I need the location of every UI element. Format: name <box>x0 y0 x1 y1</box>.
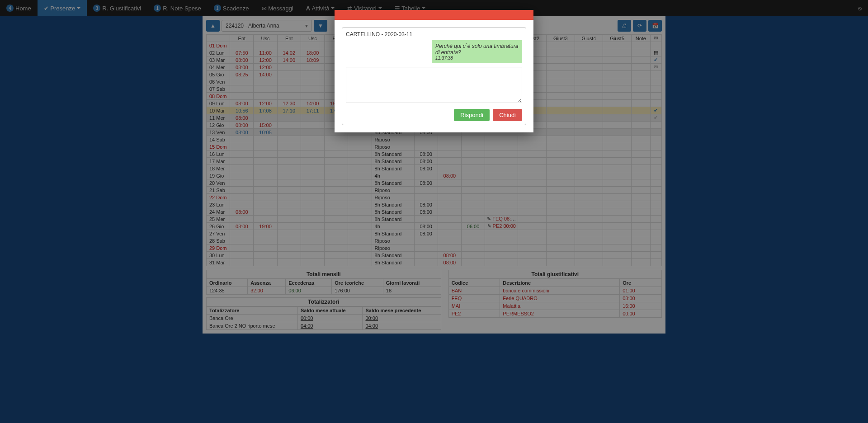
rispondi-button[interactable]: Rispondi <box>454 109 490 121</box>
modal-title: CARTELLINO - 2020-03-11 <box>346 31 522 38</box>
modal-message: Perché qui c`è solo una timbratura di en… <box>432 40 522 63</box>
modal-card: CARTELLINO - 2020-03-11 Perché qui c`è s… <box>342 27 526 125</box>
chiudi-button[interactable]: Chiudi <box>493 109 522 121</box>
reply-textarea[interactable] <box>346 67 522 103</box>
modal-message-text: Perché qui c`è solo una timbratura di en… <box>435 43 519 56</box>
modal-header <box>335 10 533 20</box>
modal-dialog: CARTELLINO - 2020-03-11 Perché qui c`è s… <box>335 10 533 132</box>
modal-overlay[interactable]: CARTELLINO - 2020-03-11 Perché qui c`è s… <box>0 0 868 334</box>
modal-message-timestamp: 11:37:38 <box>435 56 519 61</box>
